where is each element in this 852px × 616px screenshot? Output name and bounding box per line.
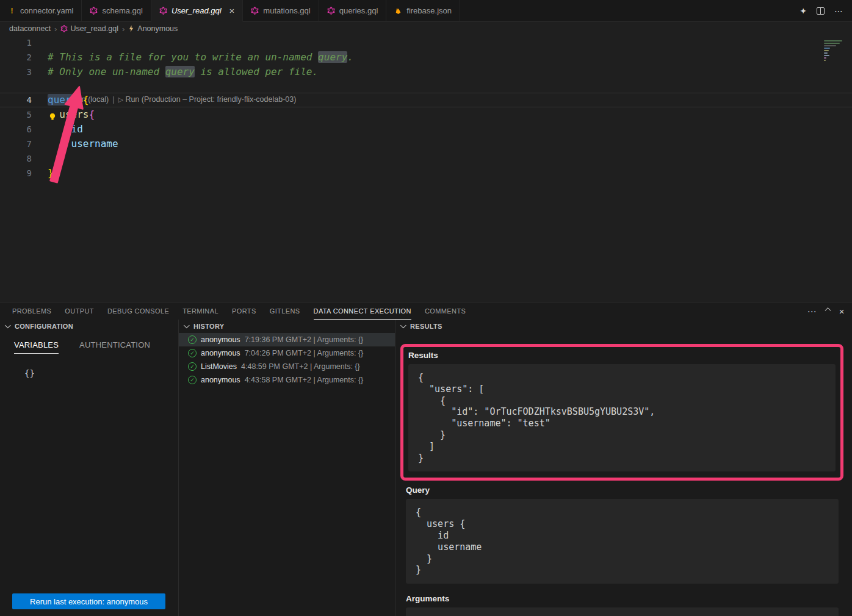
history-item-detail: 4:48:59 PM GMT+2 | Arguments: {}	[241, 362, 360, 371]
brace-token: {	[77, 94, 88, 106]
line-number: 5	[0, 107, 32, 122]
word-occurrence-highlight: query	[318, 51, 347, 63]
brace-token: {	[88, 109, 95, 120]
minimap[interactable]	[824, 38, 845, 65]
maximize-panel-icon[interactable]	[825, 307, 831, 313]
history-item-name: ListMovies	[201, 362, 237, 371]
arguments-text: {}	[406, 607, 839, 616]
panel-tab-terminal[interactable]: TERMINAL	[182, 303, 218, 320]
editor-tab-bar: ! connector.yaml schema.gql User_read.gq…	[0, 0, 852, 22]
comment-text: .	[347, 51, 353, 63]
close-panel-icon[interactable]: ×	[839, 307, 845, 316]
arguments-heading: Arguments	[406, 594, 852, 603]
line-number: 4	[0, 93, 32, 107]
history-item-name: anonymous	[201, 376, 240, 384]
panel-body: CONFIGURATION VARIABLES AUTHENTICATION {…	[0, 320, 852, 616]
configuration-tabs: VARIABLES AUTHENTICATION	[0, 333, 178, 354]
line-number: 7	[0, 137, 32, 151]
breadcrumb-symbol-label: Anonymous	[137, 24, 178, 33]
history-section-header[interactable]: HISTORY	[179, 320, 395, 333]
history-section: HISTORY ✓ anonymous 7:19:36 PM GMT+2 | A…	[179, 320, 395, 616]
vscode-window: ! connector.yaml schema.gql User_read.gq…	[0, 0, 852, 616]
tab-mutations-gql[interactable]: mutations.gql	[243, 0, 319, 22]
history-item-detail: 7:04:26 PM GMT+2 | Arguments: {}	[245, 349, 364, 357]
username-field-token: username	[48, 138, 118, 149]
breadcrumb-symbol[interactable]: Anonymous	[128, 24, 178, 33]
panel-tab-ports[interactable]: PORTS	[232, 303, 256, 320]
panel-tab-problems[interactable]: PROBLEMS	[12, 303, 51, 320]
success-check-icon: ✓	[188, 335, 197, 344]
code-line[interactable]: 6 id	[0, 122, 852, 137]
history-item[interactable]: ✓ anonymous 4:43:58 PM GMT+2 | Arguments…	[179, 373, 395, 387]
history-item-name: anonymous	[201, 335, 240, 344]
line-number: 6	[0, 122, 32, 137]
history-item[interactable]: ✓ ListMovies 4:48:59 PM GMT+2 | Argument…	[179, 360, 395, 373]
results-section-header[interactable]: RESULTS	[395, 320, 852, 333]
chevron-right-icon: ›	[54, 24, 57, 34]
yaml-icon: !	[8, 7, 16, 15]
tab-user-read-gql[interactable]: User_read.gql ×	[151, 0, 243, 22]
panel-tab-gitlens[interactable]: GITLENS	[270, 303, 300, 320]
history-item[interactable]: ✓ anonymous 7:04:26 PM GMT+2 | Arguments…	[179, 346, 395, 360]
comment-text: # Only one un-named	[48, 66, 165, 77]
annotation-highlight-box: Results { "users": [ { "id": "OrTucFODZH…	[400, 344, 843, 481]
brace-token: }	[48, 167, 54, 179]
results-content: Results { "users": [ { "id": "OrTucFODZH…	[395, 333, 852, 616]
tab-connector-yaml[interactable]: ! connector.yaml	[0, 0, 82, 22]
chevron-down-icon	[184, 322, 190, 328]
split-editor-icon[interactable]	[817, 7, 825, 15]
code-line-current[interactable]: 4 query {	[0, 93, 852, 107]
variables-value: {}	[24, 368, 178, 378]
results-section: RESULTS Results { "users": [ { "id": "Or…	[395, 320, 852, 616]
breadcrumb-file-label: User_read.gql	[70, 24, 118, 33]
code-line[interactable]: 2 # This is a file for you to write an u…	[0, 50, 852, 65]
code-line[interactable]: 7 username	[0, 137, 852, 151]
tab-label: mutations.gql	[263, 6, 310, 15]
panel-tab-comments[interactable]: COMMENTS	[425, 303, 466, 320]
success-check-icon: ✓	[188, 349, 197, 357]
graphql-icon	[60, 25, 68, 32]
line-number: 1	[0, 35, 32, 50]
tab-bar-actions: ✦ ⋯	[460, 0, 852, 22]
tab-authentication[interactable]: AUTHENTICATION	[79, 340, 150, 354]
tab-queries-gql[interactable]: queries.gql	[319, 0, 387, 22]
history-item[interactable]: ✓ anonymous 7:19:36 PM GMT+2 | Arguments…	[179, 333, 395, 346]
panel-more-actions-icon[interactable]: ⋯	[807, 307, 816, 316]
tab-firebase-json[interactable]: firebase.json	[386, 0, 460, 22]
code-line[interactable]: 5 users{	[0, 107, 852, 122]
code-line[interactable]: 3 # Only one un-named query is allowed p…	[0, 65, 852, 79]
line-number: 9	[0, 166, 32, 181]
close-icon[interactable]: ×	[229, 6, 235, 15]
tab-schema-gql[interactable]: schema.gql	[82, 0, 151, 22]
success-check-icon: ✓	[188, 376, 197, 384]
rerun-last-execution-button[interactable]: Rerun last execution: anonymous	[12, 593, 165, 609]
firebase-icon	[394, 7, 402, 15]
word-occurrence-highlight: query	[165, 66, 195, 77]
graphql-icon	[327, 7, 335, 15]
results-json: { "users": [ { "id": "OrTucFODZHTksvBSBU…	[408, 364, 836, 471]
panel-tab-debug-console[interactable]: DEBUG CONSOLE	[107, 303, 169, 320]
chevron-down-icon	[5, 322, 11, 328]
breadcrumb-folder[interactable]: dataconnect	[9, 24, 51, 33]
line-number: 3	[0, 65, 32, 79]
comment-text: is allowed per file.	[195, 66, 318, 77]
configuration-section-header[interactable]: CONFIGURATION	[0, 320, 178, 333]
tab-label: firebase.json	[406, 6, 452, 15]
code-editor[interactable]: 1 2 # This is a file for you to write an…	[0, 35, 852, 302]
breadcrumb-file[interactable]: User_read.gql	[60, 24, 118, 33]
code-line[interactable]: 1	[0, 35, 852, 50]
copilot-sparkle-icon[interactable]: ✦	[800, 7, 807, 15]
panel-tab-output[interactable]: OUTPUT	[65, 303, 94, 320]
query-heading: Query	[406, 485, 852, 495]
tab-variables[interactable]: VARIABLES	[14, 340, 59, 354]
id-field-token: id	[48, 123, 83, 135]
history-item-detail: 7:19:36 PM GMT+2 | Arguments: {}	[245, 335, 364, 344]
breadcrumb: dataconnect › User_read.gql › Anonymous	[0, 22, 852, 35]
history-item-name: anonymous	[201, 349, 240, 357]
symbol-operation-icon	[128, 25, 135, 32]
code-line[interactable]: 8 }	[0, 151, 852, 166]
more-actions-icon[interactable]: ⋯	[834, 7, 843, 15]
code-line[interactable]: 9 }	[0, 166, 852, 181]
panel-actions: ⋯ ×	[807, 303, 845, 320]
panel-tab-data-connect-execution[interactable]: DATA CONNECT EXECUTION	[314, 303, 411, 320]
